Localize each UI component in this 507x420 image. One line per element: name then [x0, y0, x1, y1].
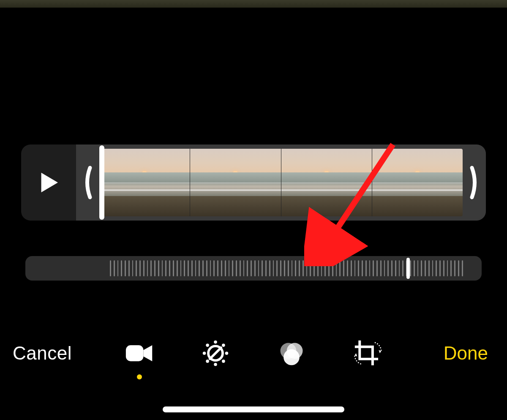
- tab-crop[interactable]: [351, 336, 384, 370]
- done-button[interactable]: Done: [444, 343, 488, 364]
- trim-area[interactable]: [76, 145, 486, 221]
- cancel-button[interactable]: Cancel: [13, 343, 72, 364]
- chevron-left-icon: [82, 164, 92, 202]
- trim-handle-right[interactable]: [466, 147, 483, 218]
- timeline-frame: [99, 149, 190, 216]
- home-indicator[interactable]: [163, 406, 344, 412]
- play-button[interactable]: [21, 145, 76, 221]
- svg-point-11: [222, 360, 225, 363]
- timeline-frame: [281, 149, 372, 216]
- trim-handle-left[interactable]: [79, 147, 95, 218]
- svg-point-9: [222, 344, 225, 347]
- adjust-icon: [201, 339, 230, 368]
- edit-tabs: [123, 336, 384, 370]
- svg-point-8: [206, 344, 209, 347]
- filters-icon: [277, 339, 306, 368]
- tab-adjust[interactable]: [199, 336, 232, 370]
- timeline-frames: [99, 149, 463, 216]
- timeline-frame: [372, 149, 463, 216]
- tab-video[interactable]: [123, 336, 156, 370]
- video-preview-strip: [0, 0, 507, 8]
- video-icon: [125, 339, 154, 368]
- svg-point-4: [214, 341, 217, 344]
- video-timeline: [21, 145, 486, 221]
- svg-point-7: [225, 352, 229, 355]
- play-icon: [36, 170, 61, 195]
- crop-rotate-icon: [353, 339, 382, 368]
- tab-filters[interactable]: [275, 336, 308, 370]
- bottom-toolbar: Cancel: [0, 328, 507, 379]
- chevron-right-icon: [470, 164, 480, 202]
- svg-line-3: [210, 348, 221, 359]
- playhead[interactable]: [99, 145, 104, 220]
- selected-indicator: [137, 374, 142, 379]
- svg-point-14: [283, 349, 300, 365]
- svg-point-5: [214, 363, 217, 366]
- slider-thumb[interactable]: [406, 258, 410, 279]
- timeline-frame: [190, 149, 281, 216]
- svg-point-10: [206, 360, 209, 363]
- svg-point-6: [203, 352, 206, 355]
- svg-rect-1: [126, 345, 144, 361]
- speed-slider[interactable]: [25, 256, 482, 281]
